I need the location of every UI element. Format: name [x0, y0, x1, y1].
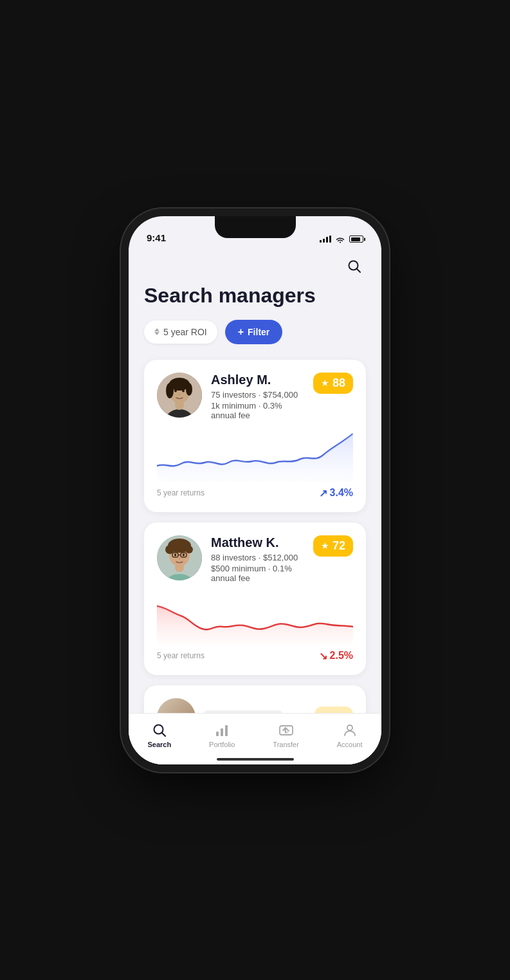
content-area: Search managers 5 year ROI + Filter — [129, 248, 381, 713]
rating-star-icon: ★ — [321, 378, 329, 388]
filter-button[interactable]: + Filter — [225, 320, 283, 344]
svg-line-29 — [161, 732, 165, 736]
tab-item-portfolio[interactable]: Portfolio — [201, 720, 242, 751]
chart-footer-ashley: 5 year returns ↗ 3.4% — [157, 487, 353, 499]
rating-number-ashley: 88 — [332, 376, 345, 390]
svg-point-7 — [166, 383, 174, 398]
return-pct-matthew: 2.5% — [330, 650, 353, 661]
status-icons — [320, 236, 363, 243]
svg-rect-31 — [221, 728, 223, 736]
svg-rect-30 — [216, 732, 219, 736]
svg-point-27 — [179, 558, 181, 559]
home-indicator — [217, 758, 294, 761]
rating-badge-partial: ★ — — [314, 707, 353, 712]
battery-icon — [349, 236, 363, 243]
chart-ashley — [157, 430, 353, 482]
svg-point-10 — [182, 389, 185, 392]
manager-stats-matthew: 88 investors · $512,000 — [211, 553, 304, 562]
search-icon — [347, 259, 361, 273]
card-info-ashley: Ashley M. 75 investors · $754,000 1k min… — [211, 373, 304, 420]
card-info-matthew: Matthew K. 88 investors · $512,000 $500 … — [211, 535, 304, 583]
card-header-ashley: Ashley M. 75 investors · $754,000 1k min… — [157, 373, 353, 420]
tab-bar: Search Portfolio Transfer — [129, 713, 381, 764]
svg-point-11 — [179, 394, 181, 395]
chart-label-ashley: 5 year returns — [157, 488, 205, 497]
manager-card-partial[interactable]: ★ — — [144, 685, 366, 713]
avatar-matthew — [157, 535, 202, 580]
portfolio-tab-icon — [214, 723, 230, 738]
chart-matthew — [157, 593, 353, 645]
rating-badge-ashley: ★ 88 — [313, 373, 353, 394]
avatar-ashley — [157, 373, 202, 418]
tab-item-account[interactable]: Account — [329, 720, 370, 751]
card-header-matthew: Matthew K. 88 investors · $512,000 $500 … — [157, 535, 353, 583]
signal-bars-icon — [320, 236, 331, 243]
svg-rect-32 — [225, 725, 228, 736]
return-value-ashley: ↗ 3.4% — [319, 487, 353, 499]
manager-name-ashley: Ashley M. — [211, 373, 304, 387]
manager-fee-matthew: $500 minimum · 0.1% annual fee — [211, 564, 304, 583]
filter-plus-icon: + — [238, 326, 244, 338]
svg-point-34 — [347, 725, 352, 730]
trend-up-icon: ↗ — [319, 487, 327, 499]
tab-label-search: Search — [147, 741, 171, 748]
chart-label-matthew: 5 year returns — [157, 651, 205, 660]
search-icon-button[interactable] — [343, 255, 366, 278]
transfer-tab-icon — [278, 723, 294, 738]
avatar-partial — [157, 698, 196, 713]
trend-down-icon: ↘ — [319, 650, 327, 662]
status-time: 9:41 — [147, 232, 166, 243]
screen: Search managers 5 year ROI + Filter — [129, 248, 381, 764]
manager-fee-ashley: 1k minimum · 0.3% annual fee — [211, 401, 304, 420]
svg-point-26 — [183, 553, 185, 556]
tab-label-transfer: Transfer — [273, 741, 299, 748]
svg-point-20 — [170, 542, 178, 550]
svg-point-8 — [186, 383, 192, 396]
svg-point-21 — [181, 542, 188, 550]
header-row — [144, 255, 366, 278]
manager-name-matthew: Matthew K. — [211, 535, 304, 550]
sort-arrows-icon — [154, 328, 159, 335]
rating-star-icon-m: ★ — [321, 541, 329, 551]
sort-label: 5 year ROI — [163, 327, 207, 337]
sort-button[interactable]: 5 year ROI — [144, 320, 217, 344]
rating-badge-matthew: ★ 72 — [313, 535, 353, 557]
partial-header: ★ — — [157, 698, 353, 713]
phone-frame: 9:41 — [129, 216, 381, 764]
manager-card-ashley[interactable]: Ashley M. 75 investors · $754,000 1k min… — [144, 360, 366, 512]
filter-row: 5 year ROI + Filter — [144, 320, 366, 344]
tab-item-search[interactable]: Search — [140, 720, 179, 751]
wifi-icon — [335, 236, 345, 243]
search-tab-icon — [152, 723, 167, 738]
svg-line-1 — [357, 268, 361, 272]
return-pct-ashley: 3.4% — [330, 487, 353, 499]
page-title: Search managers — [144, 284, 366, 307]
filter-label: Filter — [248, 327, 269, 337]
svg-point-9 — [174, 389, 177, 392]
chart-footer-matthew: 5 year returns ↘ 2.5% — [157, 650, 353, 662]
svg-rect-33 — [280, 726, 293, 735]
return-value-matthew: ↘ 2.5% — [319, 650, 353, 662]
tab-item-transfer[interactable]: Transfer — [265, 720, 307, 751]
rating-number-matthew: 72 — [332, 539, 345, 553]
notch — [215, 216, 296, 238]
manager-stats-ashley: 75 investors · $754,000 — [211, 390, 304, 400]
manager-card-matthew[interactable]: Matthew K. 88 investors · $512,000 $500 … — [144, 522, 366, 675]
tab-label-account: Account — [337, 741, 363, 748]
tab-label-portfolio: Portfolio — [209, 741, 235, 748]
svg-point-25 — [174, 553, 176, 556]
account-tab-icon — [342, 723, 358, 738]
